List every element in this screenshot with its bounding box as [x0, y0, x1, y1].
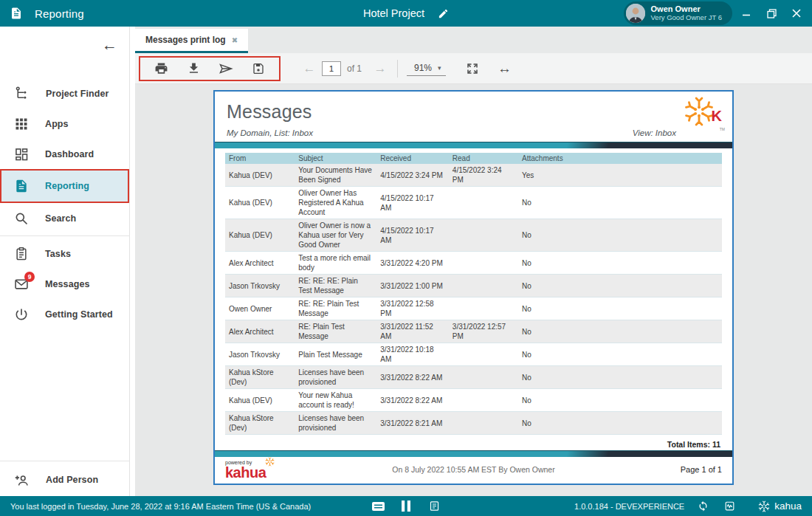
minimize-button[interactable]: [735, 3, 757, 24]
header-swoosh-bar: [215, 142, 732, 148]
col-subject: Subject: [295, 153, 376, 164]
kahua-footer-brand: kahua: [758, 500, 802, 512]
kahua-star-icon: [265, 457, 275, 467]
table-row: Jason Trkovsky Plain Test Message 3/31/2…: [225, 343, 722, 366]
footer-swoosh-bar: [215, 450, 732, 457]
reporting-app-icon: [10, 7, 23, 20]
user-name: Owen Owner: [651, 4, 722, 14]
collapse-sidebar-icon[interactable]: ←: [102, 37, 117, 52]
save-button[interactable]: [242, 58, 275, 80]
table-row: Kahua (DEV) Oliver Owner Has Registered …: [225, 187, 722, 219]
messages-table: From Subject Received Read Attachments K…: [225, 153, 722, 435]
sidebar-divider: [0, 461, 129, 461]
power-icon: [14, 307, 29, 322]
print-button[interactable]: [145, 58, 177, 80]
sync-icon[interactable]: [695, 499, 711, 514]
sidebar-item-apps[interactable]: Apps: [0, 109, 129, 139]
reporting-doc-icon: [14, 179, 29, 193]
sidebar-item-label: Tasks: [45, 249, 71, 259]
menu-lines-icon[interactable]: [370, 499, 386, 514]
report-footer: powered by kahua On 8 July 2022 10:55 AM…: [215, 457, 732, 484]
kahua-brand-text: kahua: [774, 500, 802, 512]
report-document: Messages My Domain, List: Inbox View: In…: [213, 90, 734, 485]
table-header-row: From Subject Received Read Attachments: [225, 153, 722, 164]
sidebar-item-dashboard[interactable]: Dashboard: [0, 139, 129, 169]
col-from: From: [225, 153, 295, 164]
table-row: Kahua kStore (Dev) Licenses have been pr…: [225, 412, 722, 435]
add-person-icon: [14, 472, 30, 488]
tab-close-icon[interactable]: ✖: [232, 36, 238, 44]
close-button[interactable]: [785, 3, 808, 24]
table-row: Kahua (DEV) Your new Kahua account is re…: [225, 389, 722, 412]
sidebar-item-messages[interactable]: 9 Messages: [0, 269, 129, 299]
fit-width-button[interactable]: ↔: [489, 58, 521, 80]
toolbar-divider: [397, 60, 398, 78]
pause-icon[interactable]: [398, 499, 414, 514]
edit-project-icon[interactable]: [438, 8, 449, 19]
table-row: Jason Trkovsky RE: RE: RE: Plain Test Me…: [225, 275, 722, 297]
report-table-body: Kahua (DEV) Your Documents Have Been Sig…: [225, 164, 722, 435]
log-document-icon[interactable]: [426, 499, 442, 514]
kahua-logo-k: K: [712, 108, 722, 125]
user-org: Very Good Owner JT 6: [651, 14, 722, 22]
sidebar-item-getting-started[interactable]: Getting Started: [0, 299, 129, 329]
next-page-button[interactable]: →: [368, 61, 393, 76]
project-name[interactable]: Hotel Project: [363, 7, 424, 19]
sidebar-item-label: Messages: [45, 279, 90, 289]
col-attachments: Attachments: [518, 153, 722, 164]
tab-messages-print-log[interactable]: Messages print log ✖: [135, 29, 248, 53]
sidebar-item-label: Search: [45, 213, 76, 224]
tasks-clipboard-icon: [14, 247, 29, 261]
apps-grid-icon: [14, 117, 29, 131]
activity-clipboard-icon[interactable]: [721, 499, 737, 514]
sidebar-item-search[interactable]: Search: [0, 203, 129, 233]
report-toolbar: ← of 1 → 91% ▾ ↔: [135, 53, 812, 84]
download-button[interactable]: [177, 58, 210, 80]
version-label: 1.0.0.184 - DEVEXPERIENCE: [574, 502, 684, 511]
report-title: Messages: [227, 101, 720, 123]
table-row: Kahua (DEV) Your Documents Have Been Sig…: [225, 164, 722, 187]
powered-by-kahua-logo: powered by kahua: [225, 460, 343, 480]
zoom-select[interactable]: 91% ▾: [407, 61, 446, 76]
page-number-input[interactable]: [322, 61, 341, 76]
dashboard-icon: [14, 147, 29, 162]
report-header: Messages My Domain, List: Inbox View: In…: [215, 92, 732, 142]
table-row: Kahua kStore (Dev) Licenses have been pr…: [225, 366, 722, 389]
status-bar: You last logged in Tuesday, June 28, 202…: [0, 496, 812, 516]
add-person-button[interactable]: Add Person: [0, 464, 129, 496]
restore-button[interactable]: [760, 3, 782, 24]
search-icon: [14, 211, 29, 226]
col-read: Read: [449, 153, 518, 164]
page-indicator: Page 1 of 1: [604, 465, 722, 474]
kahua-logo: K TM: [684, 96, 723, 133]
table-row: Alex Architect RE: Plain Test Message 3/…: [225, 320, 722, 343]
table-row: Owen Owner RE: RE: Plain Test Message 3/…: [225, 297, 722, 320]
tab-label: Messages print log: [145, 35, 226, 45]
report-preview-area: Messages My Domain, List: Inbox View: In…: [135, 84, 812, 496]
report-subtitle: My Domain, List: Inbox: [227, 128, 313, 137]
user-chip[interactable]: Owen Owner Very Good Owner JT 6: [624, 1, 732, 25]
col-received: Received: [376, 153, 449, 164]
send-button[interactable]: [210, 58, 242, 80]
sidebar-divider: [0, 235, 129, 236]
page-total-label: of 1: [347, 63, 362, 74]
chevron-down-icon: ▾: [438, 64, 441, 72]
add-person-label: Add Person: [46, 475, 98, 485]
generated-timestamp: On 8 July 2022 10:55 AM EST By Owen Owne…: [343, 465, 604, 474]
main-content: Messages print log ✖: [130, 27, 812, 496]
project-finder-icon: [14, 86, 30, 101]
last-login-text: You last logged in Tuesday, June 28, 202…: [10, 502, 311, 511]
messages-badge: 9: [24, 272, 35, 282]
tab-bar: Messages print log ✖: [135, 27, 812, 53]
sidebar: ← Project Finder Apps: [0, 27, 130, 496]
sidebar-item-reporting[interactable]: Reporting: [0, 169, 129, 203]
app-title: Reporting: [35, 7, 84, 20]
messages-envelope-icon: 9: [14, 277, 29, 292]
fullscreen-button[interactable]: [456, 58, 489, 80]
zoom-value: 91%: [414, 63, 432, 73]
sidebar-item-label: Reporting: [45, 181, 89, 191]
sidebar-item-tasks[interactable]: Tasks: [0, 238, 129, 269]
avatar: [626, 4, 645, 23]
sidebar-item-project-finder[interactable]: Project Finder: [0, 78, 129, 109]
prev-page-button[interactable]: ←: [297, 61, 322, 76]
